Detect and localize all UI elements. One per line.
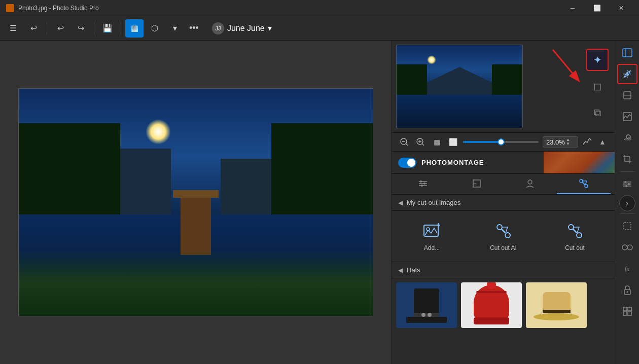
split-view-button[interactable]: ⬡: [146, 19, 164, 38]
svg-line-30: [573, 229, 577, 233]
hat-brim: [406, 317, 447, 323]
fx-button[interactable]: fx: [617, 259, 637, 279]
window-controls: ─ ⬜ ✕: [561, 0, 633, 16]
zoom-out-button[interactable]: [398, 136, 410, 148]
beanie-container: [474, 285, 509, 325]
zoom-slider[interactable]: [463, 141, 539, 143]
hats-grid: [392, 278, 615, 332]
svg-point-50: [628, 183, 630, 185]
zoom-bar: ▦ ⬜ 23.0% ▲ ▼ ▲: [392, 133, 615, 152]
layers-side-icon[interactable]: ⧉: [586, 101, 609, 124]
cutout-ai-button[interactable]: Cut out AI: [470, 217, 537, 256]
image-thumbnail: [396, 45, 523, 128]
overflow-menu-button[interactable]: •••: [186, 23, 202, 33]
tab-portrait[interactable]: [504, 174, 557, 194]
tab-transform[interactable]: T: [450, 174, 504, 194]
cutout-button[interactable]: Cut out: [541, 217, 609, 256]
zoom-slider-fill: [463, 141, 501, 143]
main-layout: ✦ ◻ ⧉: [0, 41, 639, 364]
hats-section-title: Hats: [407, 266, 420, 274]
image-effects-button[interactable]: [617, 106, 637, 127]
toolbar-separator-1: [47, 22, 47, 34]
zoom-in-button[interactable]: [414, 136, 427, 148]
magic-cutout-icon: [622, 69, 632, 79]
svg-rect-52: [624, 223, 631, 230]
svg-point-14: [421, 185, 423, 187]
title-bar: Photo3.jpg - Photo Studio Pro ─ ⬜ ✕: [0, 0, 639, 16]
trees-left: [19, 123, 120, 225]
histogram-button[interactable]: [582, 136, 592, 148]
window-title: Photo3.jpg - Photo Studio Pro: [18, 5, 561, 12]
add-image-button[interactable]: Add...: [398, 217, 466, 256]
grid-overlay-button[interactable]: ▦: [431, 136, 443, 148]
user-menu-button[interactable]: JJ June June ▾: [208, 20, 276, 37]
collapse-panel-button[interactable]: ▲: [596, 136, 609, 148]
glasses-icon: [622, 244, 633, 251]
zoom-down-btn[interactable]: ▼: [566, 142, 570, 146]
undo-button[interactable]: ↩: [24, 19, 43, 38]
hat-inner: [406, 287, 447, 323]
eraser-icon: [622, 90, 632, 100]
svg-line-20: [582, 182, 585, 185]
glasses-button[interactable]: [617, 237, 637, 258]
cutout-section-arrow: ◀: [398, 199, 403, 206]
side-separator: [620, 171, 635, 172]
adjustments-icon: [622, 179, 632, 189]
svg-point-12: [420, 180, 422, 183]
hats-section-header[interactable]: ◀ Hats: [392, 262, 615, 278]
adjustments-button[interactable]: [617, 174, 637, 194]
image-effects-icon: [622, 112, 632, 122]
more-options-button[interactable]: ▾: [166, 19, 184, 38]
straw-hat-body: [534, 290, 579, 320]
redo-button[interactable]: ↪: [72, 19, 90, 38]
selection-button[interactable]: [617, 216, 637, 236]
redo-undo-button[interactable]: ↩: [51, 19, 69, 38]
zoom-steppers[interactable]: ▲ ▼: [566, 138, 570, 146]
zoom-slider-thumb[interactable]: [498, 138, 505, 145]
side-toolbar: › fx: [615, 41, 639, 364]
straw-band: [543, 310, 571, 313]
grid-view-button[interactable]: ▦: [125, 19, 144, 38]
close-button[interactable]: ✕: [610, 0, 633, 16]
photomontage-toggle[interactable]: [398, 158, 416, 168]
panel-sub-tabs: T: [392, 174, 615, 195]
panel-toggle-button[interactable]: [617, 43, 637, 63]
hat-circle-1: [421, 313, 425, 317]
lock-icon: [623, 285, 631, 295]
red-arrow-indicator: [548, 45, 588, 90]
save-button[interactable]: 💾: [98, 19, 117, 38]
cutout-magic-button[interactable]: [617, 64, 637, 84]
redo-icon: ↪: [78, 23, 84, 33]
toolbar-separator-3: [121, 22, 121, 34]
eraser-side-icon[interactable]: ◻: [586, 75, 609, 97]
expand-panel-button[interactable]: ›: [619, 195, 635, 211]
dock: [181, 194, 211, 255]
crop-button[interactable]: [617, 149, 637, 169]
mosaic-button[interactable]: [617, 301, 637, 321]
hamburger-icon: ☰: [10, 23, 17, 33]
lock-button[interactable]: [617, 280, 637, 300]
cutout-tab-icon: [579, 178, 589, 189]
svg-point-53: [622, 245, 627, 250]
foliage: [19, 250, 373, 316]
cutout-tool-icon-highlighted[interactable]: ✦: [586, 49, 609, 71]
hat-circle-2: [428, 313, 432, 317]
cutout-section-header[interactable]: ◀ My cut-out images: [392, 195, 615, 211]
weather-button[interactable]: [617, 128, 637, 148]
frame-button[interactable]: ⬜: [447, 136, 459, 148]
hat-black-top-hat[interactable]: [396, 282, 457, 328]
tab-cutout[interactable]: [557, 174, 611, 194]
hat-red-beanie[interactable]: [461, 282, 522, 328]
hamburger-button[interactable]: ☰: [4, 19, 22, 38]
restore-button[interactable]: ⬜: [585, 0, 609, 16]
tab-adjust[interactable]: [396, 174, 450, 194]
minimize-button[interactable]: ─: [561, 0, 584, 16]
svg-point-54: [627, 245, 632, 250]
undo2-icon: ↩: [57, 23, 64, 33]
toolbar-separator-2: [94, 22, 94, 34]
svg-line-1: [553, 50, 578, 80]
beanie-pompom: [487, 282, 496, 289]
hat-straw[interactable]: [526, 282, 587, 328]
eraser-button[interactable]: [617, 85, 637, 105]
svg-line-8: [422, 144, 424, 145]
